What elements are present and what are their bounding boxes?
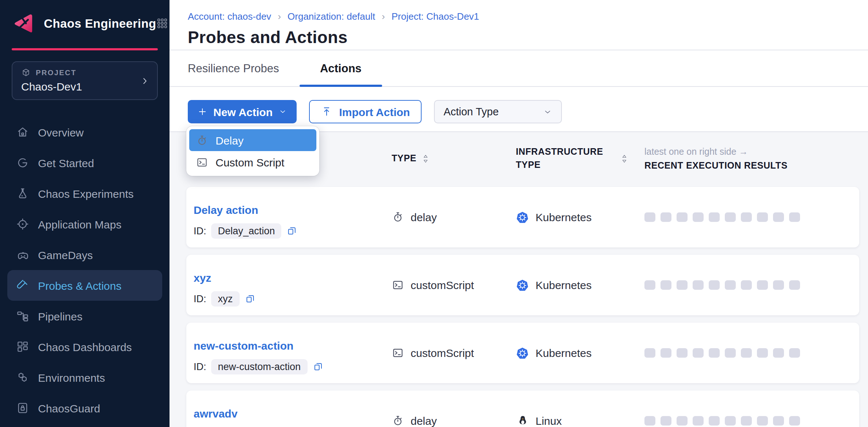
sidebar-item-application-maps[interactable]: Application Maps bbox=[7, 209, 162, 239]
sidebar-item-label: Environments bbox=[38, 371, 105, 384]
sidebar-menu: Overview Get Started Chaos Experiments A… bbox=[0, 117, 170, 423]
stopwatch-icon bbox=[392, 415, 404, 427]
chaos-engineering-app: Chaos Engineering PROJECT Chaos-Dev1 bbox=[0, 0, 868, 427]
stopwatch-icon bbox=[196, 134, 208, 146]
type-text: customScript bbox=[411, 279, 474, 291]
sidebar-item-chaos-dashboards[interactable]: Chaos Dashboards bbox=[7, 331, 162, 362]
recent-results-cell bbox=[639, 348, 859, 358]
action-name-link[interactable]: new-custom-action bbox=[194, 339, 293, 352]
actions-table-body: Delay action ID: Delay_action delay Kube… bbox=[170, 185, 868, 427]
plus-icon bbox=[197, 107, 208, 117]
action-name-link[interactable]: Delay action bbox=[194, 204, 258, 216]
menu-item-custom-script[interactable]: Custom Script bbox=[189, 151, 316, 173]
execution-result-placeholder bbox=[773, 280, 784, 290]
sidebar-item-label: Probes & Actions bbox=[38, 279, 121, 292]
terminal-icon bbox=[392, 347, 404, 359]
breadcrumb-organization-link[interactable]: Organization: default bbox=[288, 11, 375, 22]
execution-result-placeholder bbox=[725, 416, 736, 426]
infrastructure-cell: Kubernetes bbox=[511, 346, 639, 359]
type-text: customScript bbox=[411, 347, 474, 359]
action-id-pill: xyz bbox=[212, 291, 240, 307]
terminal-icon bbox=[392, 279, 404, 291]
infrastructure-text: Kubernetes bbox=[536, 211, 591, 223]
execution-result-placeholder bbox=[660, 348, 671, 358]
sidebar-item-label: Chaos Dashboards bbox=[38, 341, 132, 353]
tab-actions[interactable]: Actions bbox=[300, 50, 382, 86]
chevron-right-icon bbox=[140, 76, 150, 86]
sidebar-item-get-started[interactable]: Get Started bbox=[7, 147, 162, 178]
copy-icon[interactable] bbox=[287, 226, 298, 236]
action-type-cell: customScript bbox=[387, 279, 511, 291]
stopwatch-icon bbox=[392, 211, 404, 223]
import-action-button[interactable]: Import Action bbox=[309, 100, 422, 123]
execution-result-placeholder bbox=[773, 212, 784, 222]
page-title: Probes and Actions bbox=[188, 27, 868, 47]
recent-results-cell bbox=[639, 416, 859, 426]
menu-item-delay[interactable]: Delay bbox=[189, 129, 316, 151]
action-type-value: Action Type bbox=[443, 106, 499, 118]
action-name-link[interactable]: awrvadv bbox=[194, 407, 237, 420]
import-action-label: Import Action bbox=[339, 105, 410, 118]
action-type-select[interactable]: Action Type bbox=[434, 100, 562, 123]
copy-icon[interactable] bbox=[312, 361, 323, 372]
sidebar-item-probes-actions[interactable]: Probes & Actions bbox=[7, 270, 162, 301]
action-id-row: ID: Delay_action bbox=[194, 223, 387, 239]
new-action-button[interactable]: New Action bbox=[188, 100, 297, 123]
breadcrumb-project-link[interactable]: Project: Chaos-Dev1 bbox=[392, 11, 479, 22]
execution-result-placeholder bbox=[660, 280, 671, 290]
execution-result-placeholder bbox=[709, 280, 720, 290]
execution-result-placeholder bbox=[677, 348, 688, 358]
project-selector[interactable]: PROJECT Chaos-Dev1 bbox=[12, 61, 158, 100]
sidebar-item-pipelines[interactable]: Pipelines bbox=[7, 301, 162, 331]
sidebar-item-chaosguard[interactable]: ChaosGuard bbox=[7, 393, 162, 423]
id-label: ID: bbox=[194, 293, 206, 304]
action-id-row: ID: new-custom-action bbox=[194, 359, 387, 374]
sort-icon[interactable] bbox=[422, 154, 429, 163]
execution-result-placeholder bbox=[773, 348, 784, 358]
execution-result-placeholder bbox=[725, 348, 736, 358]
execution-result-placeholder bbox=[644, 348, 655, 358]
breadcrumb-account-link[interactable]: Account: chaos-dev bbox=[188, 11, 271, 22]
execution-result-placeholder bbox=[757, 280, 768, 290]
main-content: Account: chaos-dev › Organization: defau… bbox=[170, 0, 868, 427]
shield-lock-icon bbox=[15, 401, 30, 415]
sidebar: Chaos Engineering PROJECT Chaos-Dev1 bbox=[0, 0, 170, 427]
copy-icon[interactable] bbox=[244, 293, 255, 304]
module-grid-icon[interactable] bbox=[156, 18, 168, 29]
execution-result-placeholder bbox=[741, 212, 752, 222]
sort-icon[interactable] bbox=[621, 154, 628, 163]
sidebar-item-gamedays[interactable]: GameDays bbox=[7, 239, 162, 270]
cube-icon bbox=[21, 68, 31, 77]
column-header-infrastructure: INFRASTRUCTURE TYPE bbox=[511, 145, 639, 172]
target-icon bbox=[15, 217, 30, 231]
execution-result-placeholder bbox=[789, 416, 800, 426]
action-name-link[interactable]: xyz bbox=[194, 272, 211, 284]
recent-results-cell bbox=[639, 280, 859, 290]
execution-result-placeholder bbox=[693, 416, 704, 426]
breadcrumb-separator: › bbox=[382, 11, 385, 22]
sidebar-item-overview[interactable]: Overview bbox=[7, 117, 162, 147]
harness-chaos-logo-icon bbox=[11, 11, 36, 36]
brand-divider bbox=[12, 48, 158, 50]
type-text: delay bbox=[411, 415, 437, 427]
execution-result-placeholder bbox=[677, 416, 688, 426]
action-type-cell: customScript bbox=[387, 347, 511, 359]
project-label: PROJECT bbox=[36, 69, 76, 77]
app-title: Chaos Engineering bbox=[44, 16, 156, 30]
execution-result-placeholder bbox=[725, 280, 736, 290]
test-tube-icon bbox=[15, 278, 30, 293]
sidebar-item-chaos-experiments[interactable]: Chaos Experiments bbox=[7, 178, 162, 209]
get-started-icon bbox=[15, 155, 30, 170]
recent-results-cell bbox=[639, 212, 859, 222]
breadcrumb-separator: › bbox=[278, 11, 281, 22]
action-name-cell: new-custom-action ID: new-custom-action bbox=[186, 323, 387, 374]
execution-result-placeholder bbox=[725, 212, 736, 222]
execution-result-placeholder bbox=[693, 212, 704, 222]
action-id-pill: Delay_action bbox=[212, 223, 282, 239]
tab-resilience-probes[interactable]: Resilience Probes bbox=[188, 50, 300, 86]
execution-result-placeholder bbox=[677, 212, 688, 222]
flask-icon bbox=[15, 186, 30, 201]
sidebar-item-environments[interactable]: Environments bbox=[7, 362, 162, 393]
terminal-icon bbox=[196, 156, 208, 168]
dashboards-icon bbox=[15, 339, 30, 354]
